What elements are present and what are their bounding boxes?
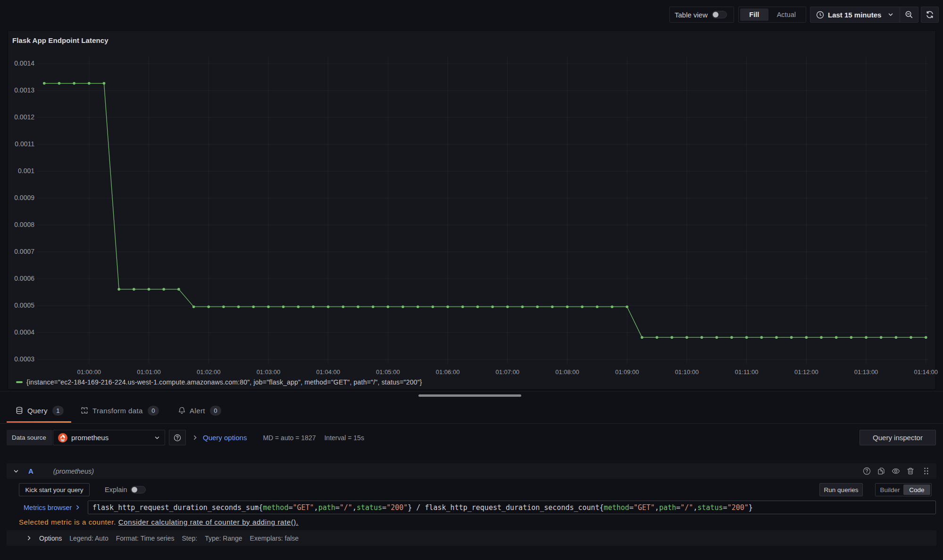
builder-option[interactable]: Builder (876, 485, 903, 495)
svg-text:0.0012: 0.0012 (14, 113, 34, 121)
legend-series-label[interactable]: {instance="ec2-184-169-216-224.us-west-1… (26, 378, 422, 386)
svg-text:01:12:00: 01:12:00 (794, 368, 818, 376)
svg-text:0.0007: 0.0007 (14, 248, 34, 255)
transform-icon (81, 407, 88, 414)
query-toolbar-row: Kick start your query Explain Run querie… (0, 483, 943, 496)
svg-text:01:08:00: 01:08:00 (555, 368, 579, 376)
query-help-button[interactable] (863, 467, 871, 475)
query-hint-fix-link[interactable]: Consider calculating rate of counter by … (118, 518, 299, 526)
svg-text:0.0006: 0.0006 (14, 275, 34, 282)
toggle-knob (713, 12, 718, 17)
svg-text:01:00:00: 01:00:00 (77, 368, 101, 376)
grip-icon[interactable] (924, 467, 929, 475)
query-options-collapsed-row[interactable]: Options Legend: Auto Format: Time series… (7, 530, 936, 546)
active-tab-underline (7, 421, 71, 423)
metrics-browser-label: Metrics browser (24, 504, 72, 511)
time-range-button[interactable]: Last 15 minutes (810, 7, 900, 22)
kick-start-query-button[interactable]: Kick start your query (19, 483, 90, 496)
svg-text:01:05:00: 01:05:00 (376, 368, 400, 376)
actual-button[interactable]: Actual (768, 8, 804, 21)
query-row-header[interactable]: A (prometheus) (7, 463, 936, 479)
pane-divider (0, 391, 943, 392)
interval-value: Interval = 15s (324, 434, 364, 442)
legend-series-marker (16, 381, 23, 383)
svg-text:0.0014: 0.0014 (14, 59, 34, 67)
fill-actual-group: Fill Actual (738, 7, 806, 23)
duplicate-query-button[interactable] (877, 467, 885, 475)
svg-text:0.0003: 0.0003 (14, 355, 34, 363)
svg-text:01:02:00: 01:02:00 (197, 368, 221, 376)
svg-text:01:01:00: 01:01:00 (137, 368, 161, 376)
tabs-divider (0, 423, 943, 424)
refresh-icon (926, 10, 934, 19)
refresh-button[interactable] (921, 7, 939, 23)
tab-alert[interactable]: Alert 0 (178, 399, 221, 422)
tab-transform-data[interactable]: Transform data 0 (81, 399, 159, 422)
svg-text:0.0005: 0.0005 (14, 301, 34, 309)
svg-text:0.0004: 0.0004 (14, 328, 34, 336)
pane-resize-handle[interactable] (418, 394, 521, 397)
promql-query-input[interactable]: flask_http_request_duration_seconds_sum{… (88, 501, 936, 514)
query-options-label[interactable]: Query options (203, 434, 247, 442)
tab-query-label: Query (27, 407, 48, 415)
svg-text:0.0008: 0.0008 (14, 221, 34, 228)
datasource-label: Data source (7, 430, 52, 445)
svg-text:01:09:00: 01:09:00 (615, 368, 639, 376)
query-options-section: Query options MD = auto = 1827 Interval … (192, 430, 373, 445)
options-type: Type: Range (205, 535, 242, 542)
svg-text:0.0009: 0.0009 (14, 194, 34, 201)
chevron-down-icon[interactable] (13, 468, 19, 474)
query-inspector-button[interactable]: Query inspector (860, 430, 936, 445)
tab-alert-label: Alert (190, 407, 205, 415)
zoom-out-icon (905, 10, 913, 19)
chevron-down-icon (154, 435, 160, 441)
svg-text:01:06:00: 01:06:00 (436, 368, 460, 376)
chevron-down-icon (888, 12, 893, 17)
query-hint-text: Selected metric is a counter. (19, 518, 116, 526)
tab-query-count-badge: 1 (52, 406, 64, 416)
svg-text:0.001: 0.001 (18, 167, 34, 175)
query-editor-row: Metrics browser flask_http_request_durat… (0, 501, 943, 514)
svg-text:0.0011: 0.0011 (15, 140, 34, 148)
table-view-toggle[interactable] (712, 11, 727, 18)
svg-text:01:03:00: 01:03:00 (257, 368, 281, 376)
eye-icon[interactable] (892, 467, 900, 475)
tab-transform-count-badge: 0 (148, 406, 159, 416)
time-range-label: Last 15 minutes (828, 11, 881, 19)
prometheus-logo-icon (58, 433, 67, 443)
panel-flask-app-endpoint-latency: Flask App Endpoint Latency 0.00140.00130… (8, 30, 936, 390)
chevron-right-icon (75, 505, 80, 510)
datasource-selected-value: prometheus (71, 434, 150, 442)
fill-button[interactable]: Fill (740, 8, 768, 21)
datasource-row: Data source prometheus Query opt (0, 430, 943, 445)
query-hint-row: Selected metric is a counter. Consider c… (19, 517, 299, 527)
chevron-right-icon[interactable] (192, 435, 198, 440)
table-view-label: Table view (675, 11, 708, 19)
datasource-picker[interactable]: prometheus (53, 430, 165, 445)
code-option[interactable]: Code (903, 485, 930, 495)
run-queries-button[interactable]: Run queries (819, 483, 863, 496)
max-data-points-value: MD = auto = 1827 (263, 434, 316, 442)
explain-toggle[interactable] (131, 486, 146, 493)
options-title: Options (39, 535, 62, 542)
svg-text:01:10:00: 01:10:00 (675, 368, 699, 376)
svg-text:01:14:00: 01:14:00 (914, 368, 938, 376)
trash-icon[interactable] (907, 467, 914, 475)
options-format: Format: Time series (116, 535, 175, 542)
metrics-browser-button[interactable]: Metrics browser (24, 501, 80, 514)
chart-legend: {instance="ec2-184-169-216-224.us-west-1… (16, 378, 422, 386)
options-summary: Legend: Auto Format: Time series Step: T… (69, 535, 299, 542)
options-legend: Legend: Auto (69, 535, 108, 542)
zoom-out-button[interactable] (900, 7, 918, 22)
bell-icon (178, 407, 185, 414)
tab-transform-label: Transform data (92, 407, 143, 415)
time-picker: Last 15 minutes (810, 7, 918, 23)
builder-code-toggle: Builder Code (875, 483, 932, 496)
options-exemplars: Exemplars: false (250, 535, 299, 542)
toggle-knob (132, 487, 137, 493)
tab-query[interactable]: Query 1 (16, 399, 64, 422)
datasource-help-button[interactable] (169, 430, 186, 445)
options-step: Step: (182, 535, 197, 542)
latency-chart[interactable]: 0.00140.00130.00120.00110.0010.00090.000… (8, 31, 935, 375)
svg-text:0.0013: 0.0013 (14, 86, 34, 94)
